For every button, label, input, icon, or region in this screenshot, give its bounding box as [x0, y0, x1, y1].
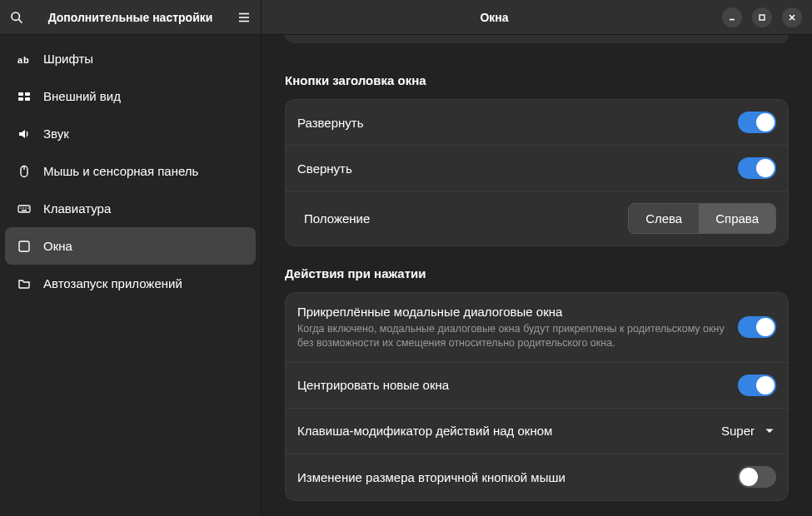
- svg-text:a: a: [17, 55, 23, 65]
- content-area: Кнопки заголовка окна Развернуть Свернут…: [262, 35, 812, 516]
- row-maximize: Развернуть: [286, 100, 788, 146]
- svg-rect-13: [18, 97, 23, 101]
- sidebar-item-fonts[interactable]: abШрифты: [5, 40, 256, 77]
- label-maximize: Развернуть: [297, 116, 728, 130]
- svg-rect-23: [19, 241, 29, 251]
- sidebar-item-label: Мышь и сенсорная панель: [43, 164, 198, 178]
- window-icon: [17, 239, 32, 254]
- label-resize-rmb: Изменение размера вторичной кнопкой мыши: [297, 470, 728, 484]
- sidebar-item-label: Внешний вид: [43, 89, 121, 103]
- label-attached-modal: Прикреплённые модальные диалоговые окна: [297, 305, 728, 319]
- segment-right[interactable]: Справа: [699, 204, 775, 233]
- switch-resize-rmb[interactable]: [738, 466, 776, 488]
- sublabel-attached-modal: Когда включено, модальные диалоговые окн…: [297, 322, 728, 350]
- mouse-icon: [17, 164, 32, 179]
- sound-icon: [17, 127, 32, 141]
- svg-point-0: [12, 12, 19, 20]
- sidebar-item-label: Окна: [43, 239, 72, 253]
- label-minimize: Свернуть: [297, 161, 728, 176]
- svg-point-19: [22, 207, 24, 209]
- switch-maximize[interactable]: [738, 112, 776, 133]
- row-attached-modal: Прикреплённые модальные диалоговые окна …: [286, 293, 788, 363]
- chevron-down-icon: [765, 426, 775, 436]
- sidebar-item-mouse[interactable]: Мышь и сенсорная панель: [5, 152, 256, 190]
- window-minimize-button[interactable]: [722, 7, 742, 27]
- sidebar-item-label: Звук: [43, 127, 69, 141]
- search-button[interactable]: [5, 6, 28, 29]
- label-position: Положение: [304, 211, 618, 226]
- sidebar-item-label: Шрифты: [43, 52, 93, 66]
- svg-rect-11: [18, 92, 23, 96]
- svg-point-21: [27, 207, 29, 209]
- window-close-button[interactable]: [782, 7, 802, 27]
- section-title-titlebar-buttons: Кнопки заголовка окна: [285, 73, 789, 87]
- maximize-icon: [758, 13, 766, 22]
- sidebar-item-windows[interactable]: Окна: [5, 227, 256, 265]
- svg-rect-12: [25, 92, 30, 96]
- font-icon: ab: [17, 52, 32, 67]
- switch-center-new[interactable]: [738, 375, 776, 396]
- row-center-new: Центрировать новые окна: [286, 363, 788, 409]
- window-maximize-button[interactable]: [752, 7, 772, 27]
- sidebar-item-keyboard[interactable]: Клавиатура: [5, 190, 256, 227]
- segment-left[interactable]: Слева: [629, 204, 699, 233]
- minimize-icon: [728, 13, 736, 22]
- sidebar-item-label: Клавиатура: [43, 201, 111, 216]
- segmented-position: Слева Справа: [628, 203, 776, 234]
- close-icon: [788, 13, 796, 22]
- label-modifier: Клавиша-модификатор действий над окном: [297, 424, 710, 438]
- svg-rect-22: [22, 210, 27, 211]
- card-titlebar-buttons: Развернуть Свернуть Положение Слева Спра…: [285, 99, 789, 246]
- previous-card-bottom: [285, 35, 789, 43]
- svg-rect-14: [25, 97, 30, 101]
- sidebar-item-appearance[interactable]: Внешний вид: [5, 77, 256, 115]
- switch-attached-modal[interactable]: [738, 316, 776, 338]
- hamburger-icon: [237, 11, 251, 24]
- svg-rect-6: [760, 15, 765, 20]
- hamburger-menu-button[interactable]: [232, 6, 256, 29]
- row-position: Положение Слева Справа: [286, 191, 788, 246]
- row-resize-rmb: Изменение размера вторичной кнопкой мыши: [286, 454, 788, 500]
- appearance-icon: [17, 89, 32, 104]
- dropdown-modifier[interactable]: Super: [720, 420, 776, 441]
- search-icon: [10, 11, 23, 24]
- sidebar-item-startup[interactable]: Автозапуск приложений: [5, 265, 256, 302]
- card-click-actions: Прикреплённые модальные диалоговые окна …: [285, 292, 789, 501]
- sidebar-item-label: Автозапуск приложений: [43, 276, 182, 290]
- row-modifier: Клавиша-модификатор действий над окном S…: [286, 409, 788, 454]
- row-minimize: Свернуть: [286, 146, 788, 191]
- sidebar: abШрифтыВнешний видЗвукМышь и сенсорная …: [0, 35, 262, 516]
- svg-point-18: [20, 207, 22, 209]
- svg-text:b: b: [23, 55, 29, 65]
- dropdown-modifier-value: Super: [721, 424, 755, 438]
- app-title: Дополнительные настройки: [35, 11, 226, 24]
- svg-point-20: [25, 207, 27, 209]
- svg-line-1: [18, 19, 22, 22]
- sidebar-item-sound[interactable]: Звук: [5, 115, 256, 152]
- svg-rect-17: [18, 206, 30, 212]
- section-title-click-actions: Действия при нажатии: [285, 266, 789, 280]
- switch-minimize[interactable]: [738, 157, 776, 179]
- label-center-new: Центрировать новые окна: [297, 378, 728, 392]
- page-title: Окна: [267, 11, 722, 24]
- folder-icon: [17, 276, 32, 291]
- keyboard-icon: [17, 201, 32, 216]
